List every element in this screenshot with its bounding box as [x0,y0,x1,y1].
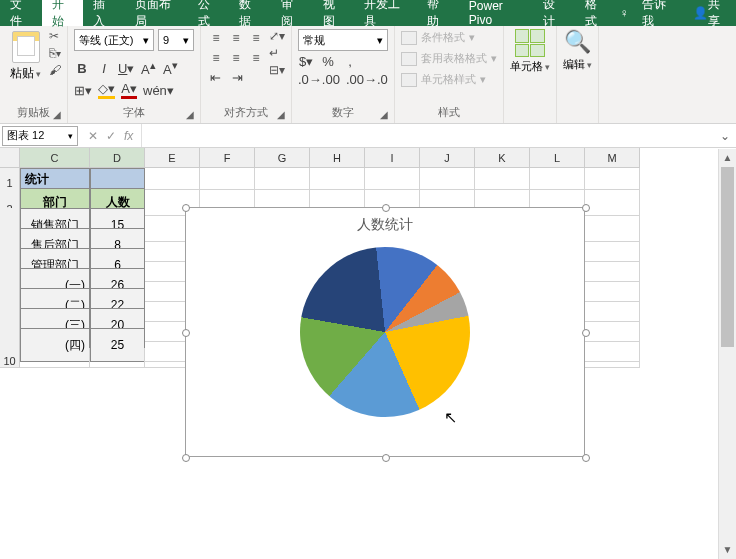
merge-button[interactable]: ⊟▾ [269,63,285,77]
resize-handle[interactable] [382,204,390,212]
tab-data[interactable]: 数据 [229,0,271,26]
resize-handle[interactable] [182,204,190,212]
font-color-button[interactable]: A▾ [121,81,137,99]
col-header-D[interactable]: D [90,148,145,168]
font-launcher[interactable]: ◢ [186,109,194,120]
font-shrink-button[interactable]: A▾ [162,59,178,77]
phonetic-button[interactable]: wén▾ [143,83,174,98]
tab-format[interactable]: 格式 [575,0,617,26]
tab-insert[interactable]: 插入 [83,0,125,26]
cell-C10[interactable] [20,348,90,368]
tab-view[interactable]: 视图 [313,0,355,26]
scroll-down-icon[interactable]: ▼ [719,541,736,559]
underline-button[interactable]: U▾ [118,61,134,76]
font-name-select[interactable]: 等线 (正文)▾ [74,29,154,51]
select-all-corner[interactable] [0,148,20,168]
lightbulb-icon[interactable]: ♀ [616,6,631,20]
col-header-E[interactable]: E [145,148,200,168]
align-middle[interactable]: ≡ [227,29,245,47]
italic-button[interactable]: I [96,61,112,76]
cell-F1[interactable] [200,168,255,190]
col-header-C[interactable]: C [20,148,90,168]
currency-button[interactable]: $▾ [298,54,314,69]
chart-object[interactable]: 人数统计 ↖ [185,207,585,457]
tab-help[interactable]: 帮助 [417,0,459,26]
alignment-launcher[interactable]: ◢ [277,109,285,120]
align-right[interactable]: ≡ [247,49,265,67]
align-top[interactable]: ≡ [207,29,225,47]
fill-color-button[interactable]: ◇▾ [98,81,115,99]
tab-review[interactable]: 审阅 [271,0,313,26]
indent-dec[interactable]: ⇤ [207,70,223,85]
resize-handle[interactable] [582,204,590,212]
font-size-select[interactable]: 9▾ [158,29,194,51]
resize-handle[interactable] [182,454,190,462]
tab-page-layout[interactable]: 页面布局 [125,0,188,26]
font-grow-button[interactable]: A▴ [140,59,156,77]
cell-K1[interactable] [475,168,530,190]
border-button[interactable]: ⊞▾ [74,83,92,98]
tab-formulas[interactable]: 公式 [188,0,230,26]
cells-button[interactable]: 单元格 [510,29,550,74]
col-header-H[interactable]: H [310,148,365,168]
pie-chart[interactable] [292,239,479,426]
cell-D1[interactable] [90,168,145,190]
decrease-decimal[interactable]: .00→.0 [346,72,388,87]
percent-button[interactable]: % [320,54,336,69]
cell-M10[interactable] [585,348,640,368]
cell-L1[interactable] [530,168,585,190]
format-painter-button[interactable]: 🖌 [49,63,61,77]
cell-M1[interactable] [585,168,640,190]
share-button[interactable]: 👤共享 [683,0,736,26]
cell-E1[interactable] [145,168,200,190]
col-header-K[interactable]: K [475,148,530,168]
number-format-select[interactable]: 常规▾ [298,29,388,51]
fx-icon[interactable]: fx [124,129,133,143]
resize-handle[interactable] [182,329,190,337]
resize-handle[interactable] [382,454,390,462]
cell-H1[interactable] [310,168,365,190]
align-bottom[interactable]: ≡ [247,29,265,47]
tab-design[interactable]: 设计 [533,0,575,26]
col-header-F[interactable]: F [200,148,255,168]
orientation-button[interactable]: ⤢▾ [269,29,285,43]
row-header-10[interactable]: 10 [0,348,20,368]
worksheet[interactable]: CDEFGHIJKLM1统计2部门人数3销售部门154售后部门85管理部门66(… [0,148,716,368]
copy-button[interactable]: ⎘▾ [49,46,61,60]
row-header-1[interactable]: 1 [0,168,20,190]
scroll-thumb[interactable] [721,167,734,347]
col-header-M[interactable]: M [585,148,640,168]
vertical-scrollbar[interactable]: ▲ ▼ [718,149,736,559]
col-header-J[interactable]: J [420,148,475,168]
col-header-I[interactable]: I [365,148,420,168]
clipboard-launcher[interactable]: ◢ [53,109,61,120]
tab-home[interactable]: 开始 [42,0,84,26]
wrap-text-button[interactable]: ↵ [269,46,285,60]
number-launcher[interactable]: ◢ [380,109,388,120]
tab-powerpivot[interactable]: Power Pivo [459,0,534,26]
align-left[interactable]: ≡ [207,49,225,67]
tab-file[interactable]: 文件 [0,0,42,26]
bold-button[interactable]: B [74,61,90,76]
cut-button[interactable]: ✂ [49,29,61,43]
scroll-up-icon[interactable]: ▲ [719,149,736,167]
cell-C1[interactable]: 统计 [20,168,90,190]
increase-decimal[interactable]: .0→.00 [298,72,340,87]
formula-input[interactable] [141,124,714,147]
tell-me[interactable]: 告诉我 [632,0,683,26]
paste-button[interactable]: 粘贴 [6,29,45,84]
cell-G1[interactable] [255,168,310,190]
indent-inc[interactable]: ⇥ [229,70,245,85]
resize-handle[interactable] [582,329,590,337]
name-box[interactable]: 图表 12▾ [2,126,78,146]
resize-handle[interactable] [582,454,590,462]
col-header-G[interactable]: G [255,148,310,168]
editing-button[interactable]: 🔍 编辑 [563,29,592,72]
tab-developer[interactable]: 开发工具 [354,0,417,26]
cell-I1[interactable] [365,168,420,190]
cell-D10[interactable] [90,348,145,368]
formula-expand[interactable]: ⌄ [714,129,736,143]
cell-J1[interactable] [420,168,475,190]
chart-title[interactable]: 人数统计 [186,208,584,242]
col-header-L[interactable]: L [530,148,585,168]
